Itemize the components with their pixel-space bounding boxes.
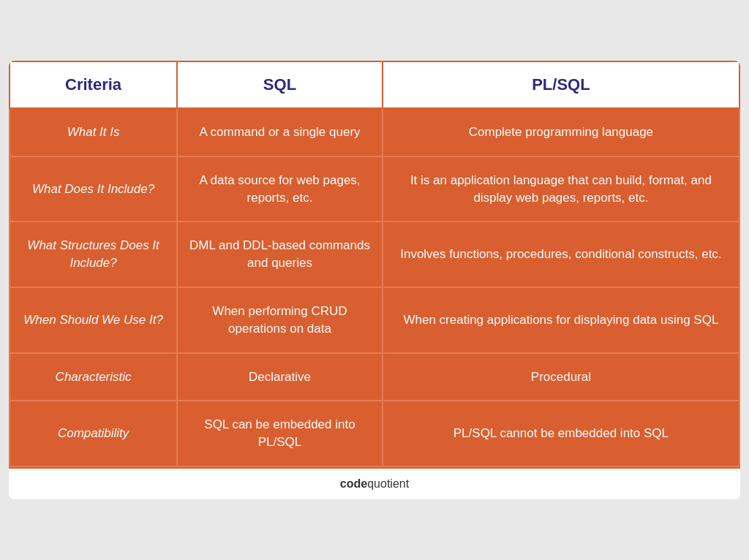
cell-criteria: Characteristic — [10, 353, 177, 401]
header-plsql: PL/SQL — [383, 61, 739, 108]
table-row: What Structures Does It Include?DML and … — [10, 222, 739, 287]
cell-sql: Declarative — [177, 353, 383, 401]
brand-normal: quotient — [367, 477, 409, 490]
table-wrapper: Criteria SQL PL/SQL What It IsA command … — [9, 61, 740, 467]
cell-sql: SQL can be embedded into PL/SQL — [177, 401, 383, 466]
cell-criteria: What It Is — [10, 108, 177, 156]
cell-plsql: When creating applications for displayin… — [383, 287, 739, 353]
table-row: When Should We Use It?When performing CR… — [10, 287, 739, 353]
cell-plsql: Involves functions, procedures, conditio… — [383, 222, 739, 287]
cell-criteria: What Does It Include? — [10, 156, 177, 222]
table-header-row: Criteria SQL PL/SQL — [10, 61, 739, 108]
cell-criteria: What Structures Does It Include? — [10, 222, 177, 287]
cell-plsql: It is an application language that can b… — [383, 156, 739, 222]
comparison-table-container: Criteria SQL PL/SQL What It IsA command … — [9, 61, 740, 499]
header-sql: SQL — [177, 61, 383, 108]
cell-plsql: PL/SQL cannot be embedded into SQL — [383, 401, 739, 466]
comparison-table: Criteria SQL PL/SQL What It IsA command … — [9, 61, 740, 467]
brand-bold: code — [340, 477, 367, 490]
cell-plsql: Procedural — [383, 353, 739, 401]
table-row: What Does It Include?A data source for w… — [10, 156, 739, 222]
cell-sql: DML and DDL-based commands and queries — [177, 222, 383, 287]
table-row: CharacteristicDeclarativeProcedural — [10, 353, 739, 401]
footer: codequotient — [9, 467, 740, 499]
cell-plsql: Complete programming language — [383, 108, 739, 156]
cell-sql: A data source for web pages, reports, et… — [177, 156, 383, 222]
cell-criteria: Compatibility — [10, 401, 177, 466]
table-row: CompatibilitySQL can be embedded into PL… — [10, 401, 739, 466]
cell-sql: A command or a single query — [177, 108, 383, 156]
cell-sql: When performing CRUD operations on data — [177, 287, 383, 353]
cell-criteria: When Should We Use It? — [10, 287, 177, 353]
table-row: What It IsA command or a single queryCom… — [10, 108, 739, 156]
header-criteria: Criteria — [10, 61, 177, 108]
